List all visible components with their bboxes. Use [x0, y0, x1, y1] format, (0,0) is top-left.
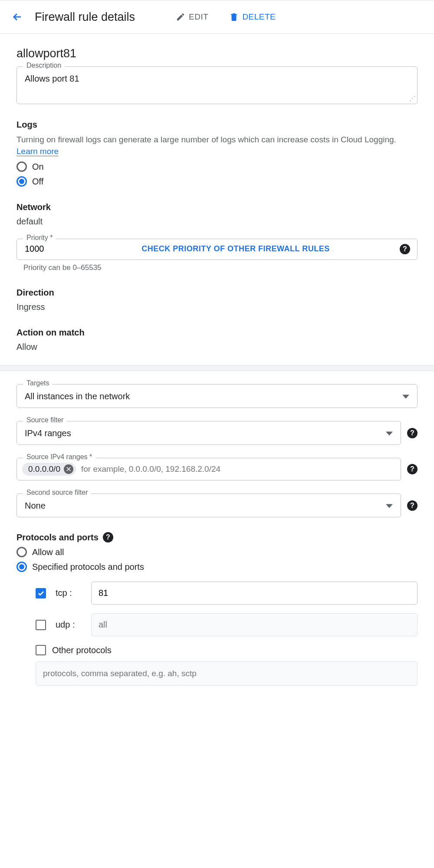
- tcp-ports-input[interactable]: [91, 582, 418, 605]
- targets-value: All instances in the network: [25, 391, 130, 401]
- logs-title: Logs: [16, 120, 418, 130]
- tcp-checkbox[interactable]: [36, 588, 46, 598]
- specified-label: Specified protocols and ports: [32, 562, 144, 572]
- pencil-icon: [176, 12, 185, 22]
- priority-label: Priority *: [23, 234, 56, 242]
- description-textarea[interactable]: [24, 73, 410, 95]
- other-protocols-checkbox[interactable]: [36, 645, 46, 655]
- page-title: Firewall rule details: [35, 10, 135, 24]
- logs-off-label: Off: [32, 177, 43, 187]
- source-ranges-field[interactable]: Source IPv4 ranges * 0.0.0.0/0 ✕: [16, 458, 401, 480]
- priority-helper: Priority can be 0–65535: [23, 263, 418, 272]
- source-filter-value: IPv4 ranges: [25, 428, 71, 438]
- direction-title: Direction: [16, 288, 418, 298]
- second-source-filter-label: Second source filter: [23, 489, 91, 496]
- udp-label: udp :: [56, 620, 82, 630]
- source-filter-label: Source filter: [23, 416, 67, 424]
- protocols-title-row: Protocols and ports ?: [16, 532, 418, 542]
- action-title: Action on match: [16, 328, 418, 338]
- help-icon[interactable]: ?: [407, 428, 418, 438]
- description-label: Description: [23, 62, 65, 69]
- ip-range-chip: 0.0.0.0/0 ✕: [22, 463, 76, 476]
- learn-more-link[interactable]: Learn more: [16, 147, 59, 156]
- help-icon[interactable]: ?: [407, 500, 418, 511]
- delete-label: DELETE: [242, 12, 276, 22]
- udp-checkbox[interactable]: [36, 620, 46, 630]
- network-title: Network: [16, 202, 418, 212]
- tcp-label: tcp :: [56, 588, 82, 598]
- logs-on-label: On: [32, 162, 44, 172]
- chevron-down-icon: [386, 431, 393, 435]
- other-protocols-input: [36, 661, 418, 686]
- other-protocols-label: Other protocols: [52, 645, 112, 655]
- logs-off-radio[interactable]: [16, 176, 27, 187]
- rule-name: allowport81: [16, 47, 418, 60]
- second-source-filter-value: None: [25, 501, 46, 510]
- priority-field: Priority * CHECK PRIORITY OF OTHER FIREW…: [16, 239, 418, 260]
- specified-radio[interactable]: [16, 562, 27, 572]
- help-icon[interactable]: ?: [407, 464, 418, 474]
- source-ranges-input[interactable]: [80, 464, 379, 474]
- source-filter-select[interactable]: Source filter IPv4 ranges: [16, 421, 401, 445]
- logs-on-radio[interactable]: [16, 161, 27, 172]
- action-value: Allow: [16, 342, 418, 352]
- logs-helper: Turning on firewall logs can generate a …: [16, 134, 418, 157]
- check-priority-link[interactable]: CHECK PRIORITY OF OTHER FIREWALL RULES: [76, 244, 395, 253]
- source-ranges-label: Source IPv4 ranges *: [23, 453, 95, 461]
- edit-label: EDIT: [189, 12, 208, 22]
- help-icon[interactable]: ?: [400, 244, 410, 254]
- priority-input[interactable]: [24, 243, 72, 254]
- targets-label: Targets: [23, 379, 53, 387]
- description-field[interactable]: Description ⋰: [16, 66, 418, 104]
- second-source-filter-select[interactable]: Second source filter None: [16, 493, 401, 517]
- allow-all-radio[interactable]: [16, 547, 27, 557]
- page-header: Firewall rule details EDIT DELETE: [0, 0, 434, 34]
- targets-select[interactable]: Targets All instances in the network: [16, 384, 418, 408]
- delete-button[interactable]: DELETE: [223, 9, 282, 25]
- edit-button[interactable]: EDIT: [170, 9, 214, 25]
- trash-icon: [229, 12, 239, 22]
- chevron-down-icon: [402, 395, 409, 398]
- udp-ports-input: [91, 613, 418, 636]
- protocols-title: Protocols and ports: [16, 533, 99, 542]
- panel-divider: [0, 365, 434, 371]
- help-icon[interactable]: ?: [103, 532, 113, 542]
- allow-all-label: Allow all: [32, 547, 64, 557]
- network-value: default: [16, 217, 418, 227]
- logs-helper-text: Turning on firewall logs can generate a …: [16, 135, 396, 144]
- back-arrow-icon[interactable]: [9, 8, 26, 26]
- resize-handle-icon: ⋰: [409, 95, 415, 102]
- chip-remove-icon[interactable]: ✕: [64, 464, 73, 474]
- direction-value: Ingress: [16, 302, 418, 312]
- chevron-down-icon: [386, 504, 393, 508]
- ip-range-chip-text: 0.0.0.0/0: [28, 464, 60, 474]
